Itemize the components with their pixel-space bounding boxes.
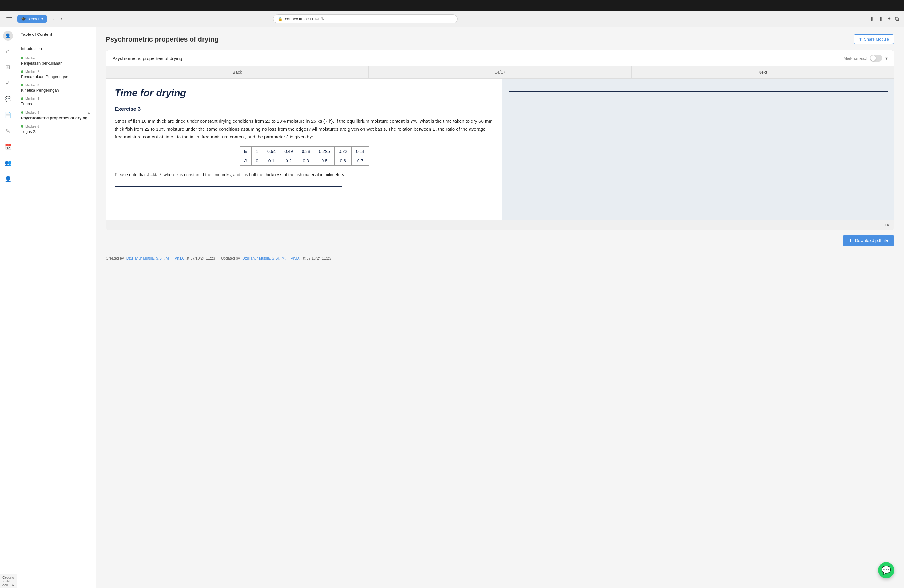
table-j-3: 0.2 [280,156,297,166]
updated-prefix: Updated by [221,256,240,261]
created-author-link[interactable]: Dzulianur Mutsla, S.Si., M.T., Ph.D. [126,256,184,261]
copyright-area: Copyrig Institut eav1.32 [0,574,17,588]
document-icon[interactable]: 📄 [2,109,14,120]
table-j-7: 0.7 [351,156,369,166]
footer-divider: | [218,256,219,261]
table-e-3: 0.49 [280,146,297,156]
page-footer: Created by Dzulianur Mutsla, S.Si., M.T.… [106,251,894,263]
module-card: Psychrometric properties of drying Mark … [106,50,894,230]
whatsapp-fab[interactable]: 💬 [878,562,894,578]
module-5-dot [21,111,24,114]
exercise-heading: Exercise 3 [115,106,494,112]
address-bar-icons: ⧉ ↻ [316,16,325,22]
module-1-dot [21,57,24,59]
download-pdf-icon: ⬇ [849,238,853,243]
share-icon[interactable]: ⬆ [879,16,883,22]
users-icon[interactable]: 👥 [2,158,14,169]
lock-icon: 🔒 [278,17,283,21]
slide-right [503,79,894,220]
checklist-icon[interactable]: ✓ [2,77,14,89]
table-e-7: 0.14 [351,146,369,156]
school-tab-label: school [28,17,40,21]
nav-arrows: ‹ › [51,15,65,23]
module-1-label: Module 1 [25,56,39,60]
table-j-6: 0.6 [334,156,351,166]
download-area: ⬇ Download pdf file [106,230,894,248]
svg-rect-0 [6,17,12,17]
browser-chrome: 🎓 school ▾ ‹ › 🔒 edunex.itb.ac.id ⧉ ↻ ⬇ … [0,11,904,27]
table-header-j: J [240,156,251,166]
sidebar-item-module-1[interactable]: Penjelasan perkuliahan [21,61,91,65]
data-table: E 1 0.64 0.49 0.38 0.295 0.22 0.14 J [240,146,369,166]
forward-arrow-button[interactable]: › [58,15,65,23]
home-icon[interactable]: ⌂ [2,46,14,57]
sidebar-module-1: Module 1 Penjelasan perkuliahan [21,56,91,65]
slide-title: Time for drying [115,87,494,99]
copyright-line2: Institut [2,579,14,583]
grid-icon[interactable]: ⊞ [2,62,14,73]
table-e-5: 0.295 [315,146,334,156]
sidebar-item-module-3[interactable]: Kinetika Pengeringan [21,88,91,93]
school-tab-chevron: ▾ [41,17,43,21]
back-arrow-button[interactable]: ‹ [51,15,57,23]
avatar[interactable]: 👤 [3,31,13,41]
module-5-label: Module 5 [25,111,39,114]
next-slide-button[interactable]: Next [632,66,894,78]
sidebar-module-6: Module 6 Tugas 2. [21,125,91,134]
mark-as-read-toggle[interactable] [870,55,882,62]
content-area: Psychrometric properties of drying ⬆ Sha… [96,27,904,588]
download-pdf-button[interactable]: ⬇ Download pdf file [843,235,894,246]
created-date: at 07/10/24 11:23 [186,256,215,261]
download-icon[interactable]: ⬇ [869,16,874,22]
calendar-icon[interactable]: 📅 [2,141,14,153]
slide-bottom-decoration [115,186,342,187]
address-bar[interactable]: 🔒 edunex.itb.ac.id ⧉ ↻ [273,14,458,24]
sidebar-item-module-6[interactable]: Tugas 2. [21,129,91,134]
school-icon: 🎓 [21,17,26,21]
card-chevron-icon[interactable]: ▾ [885,55,888,61]
sidebar-item-introduction[interactable]: Introduction [21,45,91,52]
table-j-4: 0.3 [297,156,315,166]
module-4-dot [21,98,24,100]
module-card-title: Psychrometric properties of drying [112,56,182,61]
sidebar-item-module-2[interactable]: Pendahuluan Pengeringan [21,74,91,79]
page-title: Psychrometric properties of drying [106,35,219,43]
share-module-button[interactable]: ⬆ Share Module [853,35,894,44]
page-header: Psychrometric properties of drying ⬆ Sha… [106,35,894,44]
browser-actions: ⬇ ⬆ + ⧉ [869,16,899,22]
person-icon[interactable]: 👤 [2,174,14,185]
module-6-label: Module 6 [25,125,39,128]
module-3-dot [21,84,24,87]
edit-icon[interactable]: ✎ [2,125,14,136]
chat-icon[interactable]: 💬 [2,93,14,104]
sidebar-toggle-button[interactable] [5,15,14,24]
module-3-label: Module 3 [25,83,39,87]
reload-icon[interactable]: ↻ [321,16,325,22]
share-btn-icon: ⬆ [859,37,862,41]
module-5-collapse-icon[interactable]: ▲ [87,111,91,115]
table-j-5: 0.5 [315,156,334,166]
pip-icon: ⧉ [316,16,319,22]
toggle-knob [871,55,876,61]
table-e-6: 0.22 [334,146,351,156]
slide-nav: Back 14/17 Next [106,66,894,79]
version-label: eav1.32 [2,583,14,587]
table-j-1: 0 [251,156,263,166]
whatsapp-icon: 💬 [881,566,891,575]
download-pdf-label: Download pdf file [855,238,888,243]
sidebar: Table of Content Introduction Module 1 P… [16,27,96,588]
slide-right-line [509,91,888,92]
updated-date: at 07/10/24 11:23 [302,256,331,261]
sidebar-module-4: Module 4 Tugas 1. [21,97,91,106]
new-tab-icon[interactable]: + [887,16,891,22]
table-e-2: 0.64 [262,146,280,156]
school-tab-button[interactable]: 🎓 school ▾ [17,15,47,23]
back-slide-button[interactable]: Back [106,66,369,78]
sidebar-item-module-5[interactable]: Psychrometric properties of drying [21,115,91,120]
updated-author-link[interactable]: Dzulianur Mutsla, S.Si., M.T., Ph.D. [242,256,300,261]
windows-icon[interactable]: ⧉ [895,16,899,22]
table-j-2: 0.1 [262,156,280,166]
sidebar-title: Table of Content [21,32,91,40]
sidebar-item-module-4[interactable]: Tugas 1. [21,101,91,106]
sidebar-module-2: Module 2 Pendahuluan Pengeringan [21,70,91,79]
